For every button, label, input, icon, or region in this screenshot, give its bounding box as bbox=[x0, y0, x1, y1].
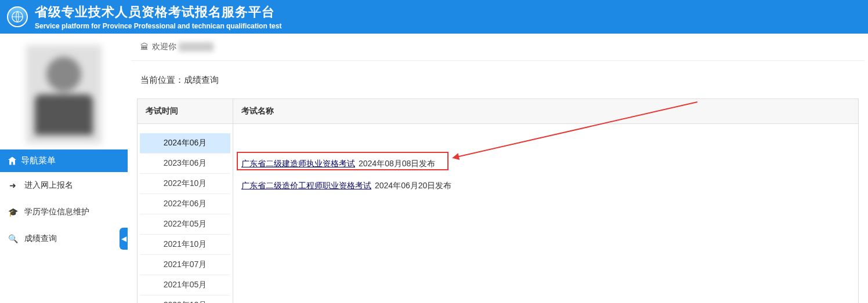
time-item[interactable]: 2021年07月 bbox=[140, 255, 230, 275]
graduation-cap-icon: 🎓 bbox=[8, 207, 17, 217]
nav-item-label: 学历学位信息维护 bbox=[24, 207, 89, 217]
time-item[interactable]: 2024年06月 bbox=[140, 133, 230, 154]
sidebar: 导航菜单 ➜进入网上报名 🎓学历学位信息维护 🔍成绩查询 ◀ bbox=[0, 34, 128, 303]
exam-row: 广东省二级造价工程师职业资格考试2024年06月20日发布 bbox=[241, 181, 850, 191]
username-redacted bbox=[179, 42, 214, 52]
welcome-text: 欢迎你 bbox=[152, 42, 176, 52]
arrow-right-icon: ➜ bbox=[8, 181, 17, 190]
nav-menu-header: 导航菜单 bbox=[0, 149, 128, 172]
time-column-header: 考试时间 bbox=[138, 99, 233, 124]
header-title: 省级专业技术人员资格考试报名服务平台 bbox=[35, 3, 281, 21]
breadcrumb: 当前位置：成绩查询 bbox=[131, 67, 865, 98]
breadcrumb-prefix: 当前位置： bbox=[140, 75, 184, 85]
exam-publish-date: 2024年08月08日发布 bbox=[359, 159, 435, 169]
time-item[interactable]: 2021年05月 bbox=[140, 275, 230, 295]
logo-icon bbox=[7, 6, 28, 27]
chevron-left-icon: ◀ bbox=[121, 235, 126, 243]
time-item[interactable]: 2020年12月 bbox=[140, 295, 230, 303]
time-item[interactable]: 2022年10月 bbox=[140, 174, 230, 194]
results-panel: 考试时间 2024年06月2023年06月2022年10月2022年06月202… bbox=[137, 98, 859, 303]
app-header: 省级专业技术人员资格考试报名服务平台 Service platform for … bbox=[0, 0, 868, 34]
time-list: 2024年06月2023年06月2022年10月2022年06月2022年05月… bbox=[138, 124, 233, 303]
time-item[interactable]: 2022年06月 bbox=[140, 194, 230, 214]
time-item[interactable]: 2022年05月 bbox=[140, 214, 230, 235]
globe-icon bbox=[11, 10, 24, 23]
exam-row: 广东省二级建造师执业资格考试2024年08月08日发布 bbox=[241, 159, 850, 169]
nav-item-label: 成绩查询 bbox=[24, 233, 57, 244]
exam-link[interactable]: 广东省二级造价工程师职业资格考试 bbox=[241, 181, 371, 191]
welcome-bar: 🏛 欢迎你 bbox=[131, 34, 865, 61]
breadcrumb-current: 成绩查询 bbox=[184, 75, 219, 85]
user-avatar bbox=[26, 45, 102, 144]
nav-item-results[interactable]: 🔍成绩查询 bbox=[0, 225, 128, 252]
nav-item-education[interactable]: 🎓学历学位信息维护 bbox=[0, 199, 128, 225]
time-item[interactable]: 2021年10月 bbox=[140, 235, 230, 255]
header-subtitle: Service platform for Province Profession… bbox=[35, 22, 281, 30]
time-item[interactable]: 2023年06月 bbox=[140, 154, 230, 174]
exam-list: 广东省二级建造师执业资格考试2024年08月08日发布广东省二级造价工程师职业资… bbox=[233, 124, 858, 211]
exam-link[interactable]: 广东省二级建造师执业资格考试 bbox=[241, 159, 355, 169]
exam-publish-date: 2024年06月20日发布 bbox=[375, 181, 451, 191]
nav-item-label: 进入网上报名 bbox=[24, 180, 73, 191]
search-icon: 🔍 bbox=[8, 234, 17, 243]
exam-time-column: 考试时间 2024年06月2023年06月2022年10月2022年06月202… bbox=[138, 99, 233, 303]
nav-item-signup[interactable]: ➜进入网上报名 bbox=[0, 172, 128, 199]
sidebar-collapse-button[interactable]: ◀ bbox=[120, 228, 128, 250]
name-column-header: 考试名称 bbox=[233, 99, 858, 124]
main-content: 🏛 欢迎你 当前位置：成绩查询 考试时间 2024年06月2023年06月202… bbox=[128, 34, 868, 303]
exam-name-column: 考试名称 广东省二级建造师执业资格考试2024年08月08日发布广东省二级造价工… bbox=[233, 99, 858, 303]
institution-icon: 🏛 bbox=[140, 42, 149, 52]
